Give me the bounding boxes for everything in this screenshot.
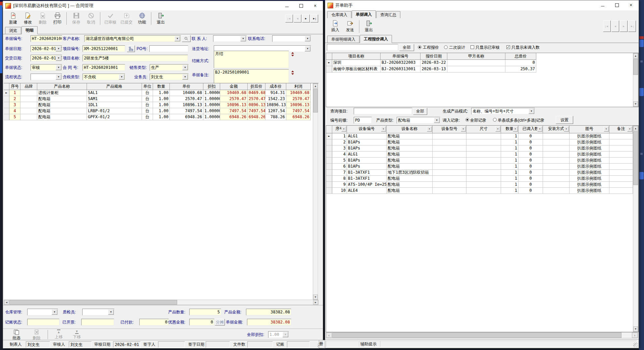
functions-button[interactable]: 功能 (135, 11, 149, 26)
table-row[interactable]: ►深圳BJ-202603220032026-03-220 (326, 60, 536, 66)
chevron-down-icon[interactable]: ▼ (56, 46, 61, 51)
radio-project-quote[interactable] (418, 45, 422, 49)
contract-titlebar[interactable]: [深圳市易鹏达科技有限公司 ] --- 合同管理 × (3, 1, 323, 11)
scroll-down-icon[interactable]: ▼ (633, 326, 638, 332)
warehouse-combo[interactable]: ▼ (27, 309, 58, 315)
salesman-combo[interactable]: 刘文生▼ (150, 74, 189, 80)
chevron-down-icon[interactable]: ▼ (182, 65, 188, 70)
settings-button[interactable]: 设置 (556, 116, 573, 124)
chevron-down-icon[interactable]: ▼ (305, 36, 310, 41)
product-type-combo[interactable]: 配电箱▼ (397, 117, 440, 124)
prefix-input[interactable]: PD (354, 117, 372, 124)
table-row[interactable]: 4配电箱LRBP-01/2台1.007497.541.000007497.547… (4, 108, 311, 114)
dock-blue-item[interactable] (639, 40, 644, 47)
invoiced-field[interactable] (81, 319, 114, 325)
flow-status-combo[interactable]: ▼ (31, 74, 62, 80)
delivery-date-field[interactable]: 2026-02-01 17▼ (31, 55, 62, 61)
maximize-button[interactable] (294, 1, 308, 10)
gen-mode-combo[interactable]: 名称、编号+型号+尺寸▼ (471, 108, 535, 115)
close-button[interactable]: × (624, 0, 638, 10)
scroll-thumb[interactable] (633, 59, 638, 75)
table-row[interactable]: 7B1-3ATXF1地下1层3区消防双切箱10扒图示例图纸 (326, 170, 633, 176)
chevron-down-icon[interactable]: ▼ (305, 46, 310, 51)
chevron-down-icon[interactable]: ▼ (182, 74, 188, 80)
po-field[interactable] (149, 45, 188, 52)
customer-combo[interactable]: 湖北盛世百德电气有限公司▼ (84, 35, 181, 42)
scroll-up-icon[interactable]: ▲ (313, 84, 318, 89)
modify-button[interactable]: 修改 (20, 11, 35, 26)
table-row[interactable]: 6B1APs配电箱10扒图示例图纸 (326, 164, 633, 170)
filter-chevron-icon[interactable]: ▼ (341, 126, 346, 132)
scroll-down-icon[interactable]: ▼ (633, 101, 638, 106)
settle-spinner[interactable] (290, 52, 295, 56)
scroll-up-icon[interactable]: ▲ (633, 53, 638, 58)
close-button[interactable]: × (308, 1, 322, 10)
contract-no-field[interactable]: HT-20260201001 (83, 64, 125, 71)
table-row[interactable]: 2B1APs配电箱10扒图示例图纸 (326, 139, 633, 145)
subtab-quote-import[interactable]: 工程报价调入 (360, 35, 392, 43)
filter-chevron-icon[interactable]: ▼ (381, 126, 386, 132)
query-all-button[interactable]: 全部 (413, 108, 427, 115)
chevron-down-icon[interactable]: ▼ (56, 74, 61, 80)
checkbox-audited-only[interactable] (470, 45, 474, 49)
remark-spinner[interactable] (290, 71, 295, 75)
minimize-button[interactable] (280, 1, 294, 10)
split-button[interactable]: 分摊 (215, 319, 225, 325)
maximize-button[interactable] (610, 0, 624, 10)
table-row[interactable]: 8B1-3ATXF1配电箱10扒图示例图纸 (326, 176, 633, 182)
product-hscrollbar[interactable]: ◄ ► (4, 300, 318, 305)
scroll-right-icon[interactable]: › (632, 333, 638, 338)
filter-chevron-icon[interactable]: ▼ (627, 126, 632, 132)
tax-type-combo[interactable]: 不含税▼ (83, 74, 125, 80)
filter-chevron-icon[interactable]: ▼ (427, 126, 432, 132)
scroll-thumb[interactable] (9, 300, 177, 305)
table-row[interactable]: 9ATS-100/4P Ie=25配电箱10扒图示例图纸 (326, 182, 633, 188)
scroll-thumb[interactable] (633, 131, 638, 185)
minimize-button[interactable] (596, 0, 610, 10)
device-hscrollbar[interactable]: ‹ › (326, 332, 638, 338)
filter-chevron-icon[interactable]: ▼ (495, 126, 500, 132)
table-row[interactable]: ►1进线计量柜5AL1台1.0010469.681.0000010469.680… (4, 90, 311, 96)
table-row[interactable]: ►1ALG1配电箱10扒图示例图纸 (326, 133, 633, 139)
dock-blue-item[interactable] (639, 172, 644, 179)
nav-last-button[interactable]: ►| (310, 14, 318, 23)
new-button[interactable]: 新建 (6, 11, 20, 26)
chevron-down-icon[interactable]: ▼ (119, 74, 125, 80)
radio-all-records[interactable] (465, 118, 469, 122)
scroll-left-icon[interactable]: ◄ (4, 300, 9, 305)
exit-button[interactable]: 退出 (361, 19, 376, 34)
doc-status-combo[interactable]: 审核▼ (31, 64, 62, 71)
qc-combo[interactable]: ▼ (82, 309, 114, 315)
scroll-up-icon[interactable]: ▲ (633, 126, 638, 131)
project-tree-button[interactable] (127, 45, 135, 52)
filter-chevron-icon[interactable]: ▼ (604, 126, 609, 132)
phone-combo[interactable]: ▼ (272, 35, 311, 42)
doc-date-field[interactable]: 2026-02-01 17▼ (31, 45, 62, 52)
radio-second-design[interactable] (444, 45, 448, 49)
tab-doc-import[interactable]: 单据调入 (352, 10, 376, 18)
chevron-down-icon[interactable]: ▼ (108, 309, 114, 315)
filter-chevron-icon[interactable]: ▼ (537, 126, 542, 132)
subtab-doc-detail-import[interactable]: 单据明细调入 (327, 36, 359, 43)
tab-warehouse-import[interactable]: 仓库调入 (327, 11, 351, 18)
chevron-down-icon[interactable]: ▼ (175, 36, 180, 41)
table-row[interactable]: 5配电箱GPFX-01/2台1.006948.261.000006948.266… (4, 114, 311, 120)
radio-multi-records[interactable] (493, 118, 497, 122)
scroll-down-icon[interactable]: ▼ (313, 295, 318, 300)
resize-grip[interactable] (633, 343, 638, 347)
chevron-down-icon[interactable]: ▼ (434, 118, 440, 123)
dock-blue-item[interactable] (639, 88, 644, 96)
product-vscrollbar[interactable]: ▲ ▼ (313, 83, 318, 300)
batch-select-button[interactable]: 批选 (9, 330, 24, 341)
table-row[interactable]: 5B1APs配电箱10扒图示例图纸 (326, 158, 633, 164)
chevron-down-icon[interactable]: ▼ (529, 108, 534, 114)
doc-no-field[interactable]: HT-20260201001 (31, 35, 62, 42)
scroll-left-icon[interactable]: ‹ (326, 333, 332, 338)
table-row[interactable]: 3配电箱1DL1台1.0010896.131.0000010896.130896… (4, 102, 311, 108)
chevron-down-icon[interactable]: ▼ (52, 309, 57, 315)
account-status-field[interactable] (27, 319, 59, 325)
table-row[interactable]: 南钢中厚板出钢区材料表BJ-202603130012026-03-13250.3… (326, 66, 536, 73)
chevron-down-icon[interactable]: ▼ (56, 55, 61, 61)
checkbox-not-imported[interactable]: ✓ (506, 45, 510, 49)
quote-all-button[interactable]: 全部 (399, 44, 414, 51)
